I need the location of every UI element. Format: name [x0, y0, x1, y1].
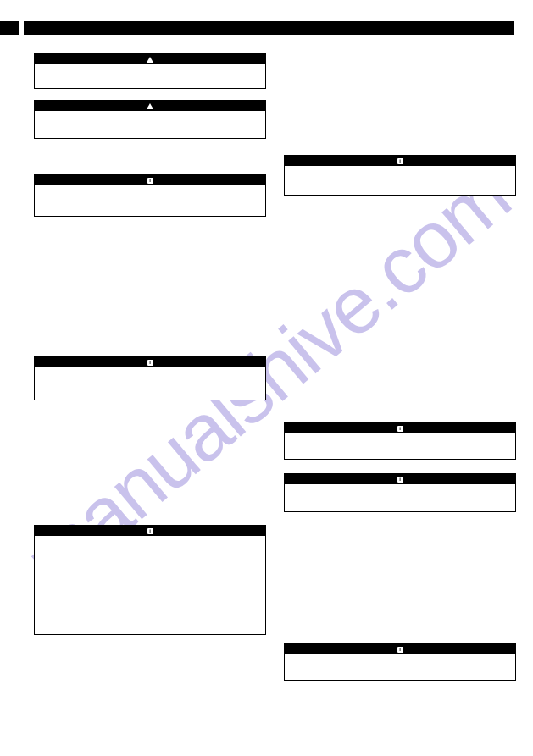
info-box: i — [34, 356, 266, 400]
box-body — [35, 536, 265, 634]
box-header: i — [285, 156, 515, 166]
box-body — [35, 111, 265, 138]
warning-icon — [147, 57, 153, 63]
box-header: i — [285, 644, 515, 654]
manual-page: manualshive.com i i — [0, 0, 533, 756]
info-icon: i — [147, 528, 153, 534]
box-header — [35, 54, 265, 64]
info-box: i — [34, 174, 266, 217]
box-body — [285, 433, 515, 459]
info-box: i — [284, 155, 516, 196]
info-box: i — [34, 525, 266, 635]
side-tab-marker — [0, 21, 19, 35]
box-header: i — [35, 526, 265, 536]
warning-box — [34, 53, 266, 89]
info-box: i — [284, 643, 516, 681]
info-icon: i — [397, 426, 403, 432]
box-header — [35, 101, 265, 111]
box-body — [35, 64, 265, 88]
info-icon: i — [147, 178, 153, 184]
page-title-bar — [24, 21, 514, 35]
info-icon: i — [397, 477, 403, 483]
box-body — [285, 166, 515, 195]
box-header: i — [285, 423, 515, 433]
box-header: i — [35, 357, 265, 367]
warning-icon — [147, 103, 153, 109]
info-icon: i — [397, 647, 403, 653]
info-box: i — [284, 473, 516, 512]
info-icon: i — [397, 158, 403, 164]
box-body — [35, 185, 265, 216]
info-box: i — [284, 422, 516, 460]
box-header: i — [285, 474, 515, 484]
box-body — [285, 484, 515, 511]
info-icon: i — [147, 360, 153, 366]
warning-box — [34, 100, 266, 139]
box-header: i — [35, 175, 265, 185]
box-body — [285, 654, 515, 680]
box-body — [35, 367, 265, 400]
